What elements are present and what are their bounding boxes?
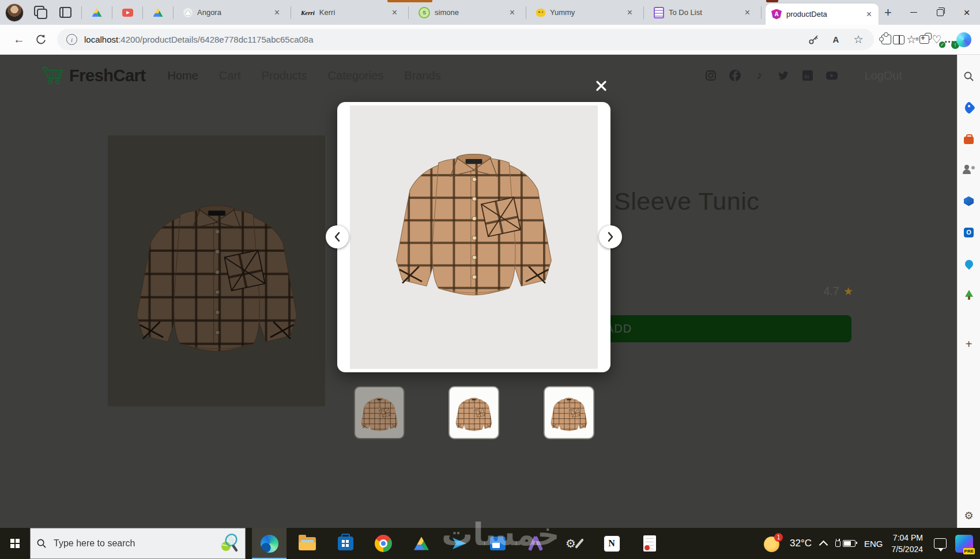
taskbar-file-explorer-icon[interactable] [290, 528, 325, 559]
extensions-icon[interactable] [880, 33, 892, 46]
restore-button[interactable] [927, 0, 953, 25]
add-sidebar-item-icon[interactable]: + [963, 338, 975, 350]
vertical-tabs-icon[interactable] [58, 5, 73, 20]
tab-separator [81, 6, 82, 19]
close-icon[interactable]: × [865, 10, 873, 19]
start-button[interactable] [0, 528, 30, 559]
taskbar-edge-icon[interactable] [252, 528, 287, 559]
linkedin-icon[interactable]: in [802, 70, 813, 81]
close-icon[interactable]: × [744, 8, 751, 17]
search-icon [36, 538, 47, 549]
tray-chevron-up-icon[interactable] [819, 540, 828, 549]
split-screen-icon[interactable] [892, 33, 905, 46]
browser-essentials-icon[interactable]: ♡✓ [930, 33, 943, 46]
clock[interactable]: 7:04 PM 7/5/2024 [892, 532, 924, 556]
product-image-dimmed[interactable] [108, 135, 325, 406]
temperature[interactable]: 32°C [790, 538, 812, 549]
thumbnail-1-selected[interactable] [354, 386, 405, 439]
tree-icon[interactable] [963, 289, 975, 301]
nav-categories[interactable]: Categories [328, 69, 384, 82]
taskbar-notion-icon[interactable]: N [594, 528, 629, 559]
close-icon[interactable]: × [626, 8, 634, 17]
tab-label: Kerri [319, 8, 386, 17]
new-tab-button[interactable]: + [884, 5, 892, 20]
back-button[interactable]: ← [13, 33, 25, 46]
refresh-button[interactable] [35, 34, 46, 45]
address-bar[interactable]: i localhost:4200/productDetails/6428e778… [57, 29, 874, 50]
taskbar-tools-icon[interactable]: ⚙ [556, 528, 591, 559]
profile-avatar[interactable] [6, 4, 23, 21]
screen: Angora × Kerri Kerri × S simone × Yummy … [0, 0, 980, 559]
window-close-button[interactable]: × [953, 0, 980, 25]
angora-favicon [183, 8, 193, 17]
taskbar-search[interactable] [30, 528, 246, 559]
copilot-icon[interactable] [956, 33, 972, 46]
people-icon[interactable] [963, 164, 975, 176]
drop-icon[interactable] [963, 258, 975, 270]
minimize-button[interactable] [900, 0, 927, 25]
tab-yummy[interactable]: Yummy × [530, 3, 639, 22]
action-center-icon[interactable] [934, 538, 947, 549]
tab-angora[interactable]: Angora × [178, 3, 287, 22]
tab-separator [173, 6, 174, 19]
previous-image-arrow[interactable] [326, 225, 349, 248]
svg-text:in: in [805, 74, 809, 80]
battery-indicator[interactable] [835, 540, 855, 547]
pinned-tab-youtube-icon[interactable] [122, 7, 133, 18]
briefcase-icon[interactable] [963, 133, 975, 145]
settings-menu-icon[interactable]: …↑ [943, 33, 956, 46]
workspaces-icon[interactable] [33, 5, 48, 20]
tab-separator [408, 6, 409, 19]
product-rating: 4.7 ★ [767, 285, 853, 298]
url-text[interactable]: localhost:4200/productDetails/6428e778dc… [84, 35, 314, 44]
favorites-list-icon[interactable]: ☆≡ [905, 33, 918, 46]
weather-icon[interactable]: 1 [764, 535, 781, 552]
tab-todo-list[interactable]: To Do List × [648, 3, 757, 22]
taskbar-store-icon[interactable] [328, 528, 363, 559]
nav-home[interactable]: Home [168, 69, 198, 82]
password-key-icon[interactable] [807, 33, 820, 46]
rating-star-icon: ★ [843, 285, 853, 298]
favorite-star-icon[interactable]: ☆ [852, 33, 865, 46]
search-input[interactable] [52, 538, 213, 549]
twitter-icon[interactable] [778, 70, 789, 81]
pinned-tab-google-drive-icon[interactable] [91, 7, 103, 18]
brand-logo[interactable]: FreshCart [42, 66, 146, 85]
close-icon[interactable]: × [273, 8, 281, 17]
pinned-tab-google-drive-icon[interactable] [152, 7, 164, 18]
language-indicator[interactable]: ENG [864, 539, 883, 549]
nav-products[interactable]: Products [262, 69, 307, 82]
logout-link[interactable]: LogOut [864, 69, 902, 82]
close-icon[interactable]: × [508, 8, 516, 17]
next-image-arrow[interactable] [599, 225, 622, 248]
taskbar-document-app-icon[interactable] [632, 528, 667, 559]
site-header: FreshCart Home Cart Products Categories … [0, 54, 958, 97]
nav-brands[interactable]: Brands [404, 69, 440, 82]
site-info-icon[interactable]: i [66, 34, 77, 45]
close-icon[interactable]: × [391, 8, 398, 17]
read-aloud-icon[interactable]: A [830, 33, 842, 46]
shopping-icon[interactable] [963, 101, 975, 114]
tab-kerri[interactable]: Kerri Kerri × [295, 3, 404, 22]
collections-icon[interactable] [918, 33, 930, 46]
facebook-icon[interactable] [729, 70, 741, 81]
tab-product-details-active[interactable]: A productDeta × [766, 3, 879, 25]
tiktok-icon[interactable]: ♪ [753, 70, 765, 81]
thumbnail-2[interactable] [448, 386, 499, 439]
sidebar-settings-gear-icon[interactable]: ⚙ [963, 509, 975, 522]
taskbar-google-drive-icon[interactable] [404, 528, 439, 559]
insider-preview-icon[interactable]: PRE [955, 535, 973, 553]
taskbar-chrome-icon[interactable] [366, 528, 401, 559]
m365-icon[interactable] [963, 195, 975, 207]
brand-name: FreshCart [69, 66, 146, 85]
youtube-icon[interactable] [826, 70, 838, 81]
modal-close-button[interactable] [595, 80, 608, 92]
search-icon[interactable] [963, 70, 975, 82]
nav-cart[interactable]: Cart [219, 69, 241, 82]
tab-simone[interactable]: S simone × [413, 3, 522, 22]
instagram-icon[interactable] [705, 70, 717, 81]
tab-label: productDeta [786, 10, 861, 18]
thumbnail-3[interactable] [544, 386, 594, 439]
outlook-icon[interactable]: O [963, 226, 975, 239]
url-path: :4200/productDetails/6428e778dc1175abc65… [118, 35, 313, 44]
